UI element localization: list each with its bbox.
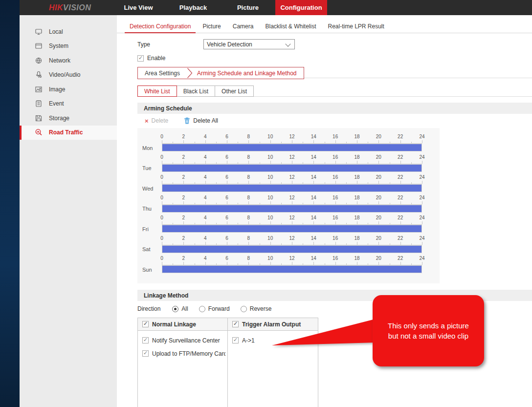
schedule-bar[interactable] [162, 225, 421, 232]
arming-schedule-grid: Mon024681012141618202224Tue0246810121416… [137, 134, 440, 276]
sidebar: LocalSystemNetworkVideo/AudioImageEventS… [20, 15, 117, 407]
radio-forward[interactable] [199, 306, 205, 312]
schedule-day-label: Sat [142, 246, 151, 252]
schedule-tick-label: 10 [267, 256, 273, 261]
schedule-tick-label: 24 [419, 236, 424, 241]
schedule-bar[interactable] [162, 266, 421, 273]
list-tab-other-list[interactable]: Other List [215, 86, 254, 97]
tab-blacklist-whitelist[interactable]: Blacklist & Whitelist [260, 20, 321, 33]
schedule-row: Tue024681012141618202224 [137, 154, 440, 175]
schedule-track [162, 225, 422, 233]
arming-schedule-header: Arming Schedule [137, 103, 532, 114]
sidebar-item-label: Image [49, 86, 65, 93]
sidebar-item-storage[interactable]: Storage [20, 111, 117, 126]
schedule-tick-label: 2 [182, 134, 185, 139]
direction-options: AllForwardReverse [172, 305, 282, 312]
schedule-tick-label: 24 [419, 256, 424, 261]
sidebar-item-road-traffic[interactable]: Road Traffic [20, 126, 117, 140]
sidebar-item-video-audio[interactable]: Video/Audio [20, 68, 117, 83]
schedule-row: Fri024681012141618202224 [137, 215, 440, 236]
delete-button[interactable]: Delete [152, 117, 169, 124]
sidebar-item-image[interactable]: Image [20, 82, 117, 97]
schedule-tick-label: 14 [311, 256, 316, 261]
schedule-tick-label: 20 [376, 134, 381, 139]
tab-camera[interactable]: Camera [228, 20, 259, 33]
schedule-tick-label: 4 [204, 256, 207, 261]
schedule-ruler [162, 262, 422, 265]
item-checkbox[interactable] [142, 337, 149, 343]
schedule-bar[interactable] [162, 144, 421, 151]
top-nav: Live ViewPlaybackPictureConfiguration [111, 0, 327, 15]
tab-area-settings[interactable]: Area Settings [138, 67, 187, 79]
step-arrow-icon [187, 67, 193, 79]
tab-detection-configuration[interactable]: Detection Configuration [125, 20, 196, 33]
schedule-tick-label: 16 [332, 154, 338, 160]
schedule-tick-label: 10 [267, 134, 273, 139]
schedule-tick-label: 12 [289, 236, 294, 241]
sidebar-menu: LocalSystemNetworkVideo/AudioImageEventS… [20, 24, 117, 140]
sidebar-item-event[interactable]: Event [20, 97, 117, 111]
image-icon [35, 86, 43, 93]
schedule-tick-label: 10 [267, 195, 273, 200]
schedule-ruler [162, 140, 422, 144]
schedule-bar[interactable] [162, 185, 421, 192]
schedule-tick-label: 18 [354, 195, 359, 200]
list-tab-black-list[interactable]: Black List [177, 86, 215, 97]
hikvision-logo: HIKVISION [49, 0, 91, 15]
direction-option-all[interactable]: All [172, 305, 188, 312]
radio-all[interactable] [172, 306, 178, 312]
delete-x-icon: × [145, 117, 149, 125]
trash-icon [184, 117, 190, 124]
tab-real-time-lpr-result[interactable]: Real-time LPR Result [323, 20, 389, 33]
schedule-ruler [162, 181, 422, 184]
schedule-tick-label: 2 [182, 256, 185, 261]
schedule-track [162, 245, 422, 253]
nav-picture[interactable]: Picture [221, 0, 275, 15]
sidebar-item-label: System [49, 43, 68, 49]
schedule-track [162, 265, 422, 273]
schedule-tick-label: 2 [182, 195, 185, 200]
schedule-tick-label: 18 [354, 154, 359, 160]
schedule-tick-label: 0 [160, 195, 163, 200]
schedule-tick-label: 14 [311, 174, 316, 180]
direction-option-reverse[interactable]: Reverse [241, 305, 272, 312]
schedule-tick-label: 4 [204, 195, 207, 200]
schedule-tick-label: 8 [247, 236, 250, 241]
schedule-track [162, 144, 422, 151]
sidebar-item-system[interactable]: System [20, 39, 117, 54]
delete-all-button[interactable]: Delete All [193, 117, 218, 124]
schedule-tick-label: 8 [247, 215, 250, 220]
sidebar-item-network[interactable]: Network [20, 53, 117, 68]
item-checkbox[interactable] [232, 337, 239, 343]
schedule-tick-label: 0 [160, 256, 163, 261]
tab-arming-schedule-linkage[interactable]: Arming Schedule and Linkage Method [193, 67, 303, 79]
linkage-option-upload-to-ftp-memory-card[interactable]: Upload to FTP/Memory Card/... [138, 347, 227, 360]
schedule-bar[interactable] [162, 205, 421, 212]
type-select[interactable]: Vehicle Detection [203, 39, 295, 49]
tab-picture[interactable]: Picture [198, 20, 225, 33]
nav-configuration[interactable]: Configuration [275, 0, 327, 15]
linkage-option-notify-surveillance-center[interactable]: Notify Surveillance Center [138, 334, 227, 347]
list-tab-white-list[interactable]: White List [137, 86, 177, 97]
nav-live-view[interactable]: Live View [111, 0, 166, 15]
direction-option-forward[interactable]: Forward [199, 305, 230, 312]
schedule-tick-label: 16 [332, 134, 338, 139]
radio-reverse[interactable] [241, 306, 247, 312]
schedule-tick-label: 16 [332, 215, 338, 220]
schedule-day-label: Fri [142, 226, 149, 232]
column-checkbox[interactable] [232, 321, 239, 327]
schedule-tick-label: 14 [311, 236, 316, 241]
monitor-icon [35, 28, 43, 36]
enable-checkbox[interactable] [137, 55, 144, 62]
schedule-bar[interactable] [162, 246, 421, 253]
sidebar-item-local[interactable]: Local [20, 24, 117, 39]
schedule-row: Sun024681012141618202224 [137, 256, 440, 276]
nav-playback[interactable]: Playback [166, 0, 221, 15]
list-tabs: White ListBlack ListOther List [137, 86, 254, 97]
schedule-tick-label: 16 [332, 236, 338, 241]
schedule-bar[interactable] [162, 165, 421, 171]
column-checkbox[interactable] [142, 321, 149, 327]
schedule-tick-label: 22 [398, 154, 403, 160]
schedule-tick-label: 0 [160, 215, 163, 220]
item-checkbox[interactable] [142, 350, 149, 357]
